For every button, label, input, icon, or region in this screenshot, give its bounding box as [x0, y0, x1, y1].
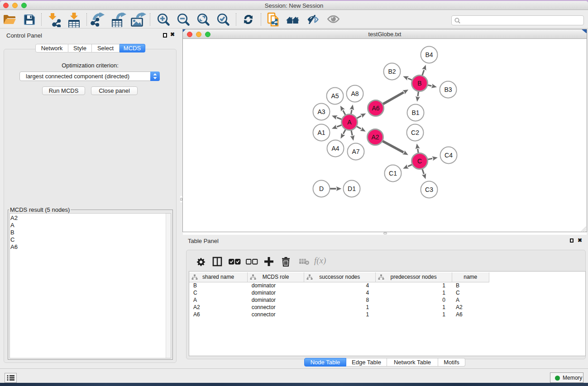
svg-text:A3: A3 — [317, 108, 325, 115]
svg-text:A7: A7 — [352, 148, 359, 155]
svg-text:C1: C1 — [389, 170, 397, 177]
svg-text:B2: B2 — [388, 68, 396, 75]
svg-text:C4: C4 — [445, 152, 453, 159]
svg-text:B3: B3 — [444, 86, 452, 93]
svg-text:A: A — [347, 119, 352, 126]
svg-text:A1: A1 — [317, 129, 325, 136]
svg-text:A6: A6 — [372, 105, 379, 112]
svg-text:A5: A5 — [331, 92, 339, 100]
svg-text:C3: C3 — [425, 186, 433, 193]
svg-text:D: D — [319, 185, 324, 192]
svg-text:B4: B4 — [425, 51, 433, 58]
svg-text:B1: B1 — [411, 109, 419, 116]
svg-text:A4: A4 — [331, 145, 339, 152]
svg-text:D1: D1 — [348, 185, 356, 192]
svg-text:A2: A2 — [371, 133, 379, 141]
svg-text:A8: A8 — [351, 90, 359, 97]
svg-text:C2: C2 — [411, 129, 419, 136]
svg-text:B: B — [417, 80, 421, 87]
svg-text:C: C — [417, 157, 422, 165]
